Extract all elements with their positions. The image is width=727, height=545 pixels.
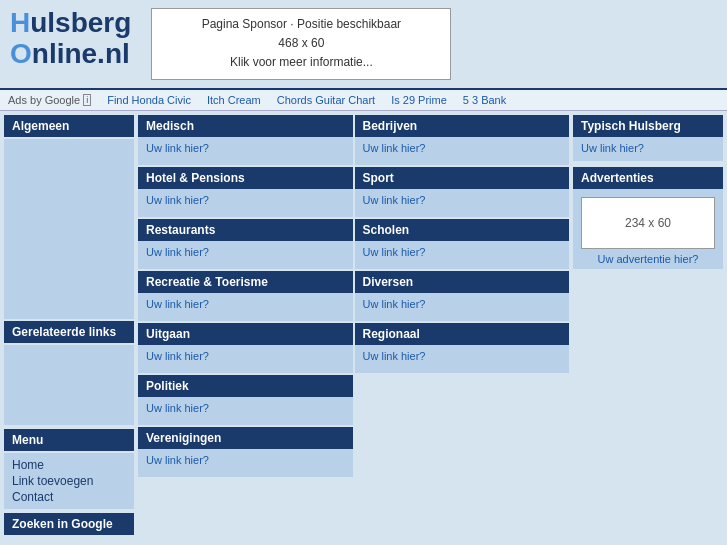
diversen-body: Uw link hier? bbox=[355, 293, 570, 321]
politiek-header: Politiek bbox=[138, 375, 353, 397]
sponsor-box[interactable]: Pagina Sponsor · Positie beschikbaar 468… bbox=[151, 8, 451, 80]
verenigingen-link[interactable]: Uw link hier? bbox=[146, 454, 209, 466]
restaurants-body: Uw link hier? bbox=[138, 241, 353, 269]
politiek-link[interactable]: Uw link hier? bbox=[146, 402, 209, 414]
sponsor-line1: Pagina Sponsor · Positie beschikbaar bbox=[164, 15, 438, 34]
typisch-section: Typisch Hulsberg Uw link hier? bbox=[573, 115, 723, 161]
hotel-body: Uw link hier? bbox=[138, 189, 353, 217]
regionaal-link[interactable]: Uw link hier? bbox=[363, 350, 426, 362]
recreatie-link[interactable]: Uw link hier? bbox=[146, 298, 209, 310]
hotel-link[interactable]: Uw link hier? bbox=[146, 194, 209, 206]
ad-link-2[interactable]: Itch Cream bbox=[207, 94, 261, 106]
hotel-header: Hotel & Pensions bbox=[138, 167, 353, 189]
cat-recreatie: Recreatie & Toerisme Uw link hier? bbox=[138, 271, 353, 321]
bedrijven-body: Uw link hier? bbox=[355, 137, 570, 165]
menu-link-home[interactable]: Home bbox=[12, 457, 126, 473]
row-4: Recreatie & Toerisme Uw link hier? Diver… bbox=[138, 271, 569, 321]
ads-by-google-label: Ads by Google bbox=[8, 94, 80, 106]
row-7: Verenigingen Uw link hier? bbox=[138, 427, 569, 477]
ad-bar: Ads by Google i Find Honda Civic Itch Cr… bbox=[0, 88, 727, 111]
right-sidebar: Typisch Hulsberg Uw link hier? Advertent… bbox=[573, 115, 723, 535]
sport-link[interactable]: Uw link hier? bbox=[363, 194, 426, 206]
restaurants-header: Restaurants bbox=[138, 219, 353, 241]
ad-box: 234 x 60 bbox=[581, 197, 715, 249]
menu-body: Home Link toevoegen Contact bbox=[4, 453, 134, 509]
row-3: Restaurants Uw link hier? Scholen Uw lin… bbox=[138, 219, 569, 269]
algemeen-header: Algemeen bbox=[4, 115, 134, 137]
scholen-link[interactable]: Uw link hier? bbox=[363, 246, 426, 258]
cat-medisch: Medisch Uw link hier? bbox=[138, 115, 353, 165]
regionaal-header: Regionaal bbox=[355, 323, 570, 345]
regionaal-body: Uw link hier? bbox=[355, 345, 570, 373]
verenigingen-body: Uw link hier? bbox=[138, 449, 353, 477]
uitgaan-link[interactable]: Uw link hier? bbox=[146, 350, 209, 362]
google-header: Zoeken in Google bbox=[4, 513, 134, 535]
recreatie-body: Uw link hier? bbox=[138, 293, 353, 321]
cat-restaurants: Restaurants Uw link hier? bbox=[138, 219, 353, 269]
recreatie-header: Recreatie & Toerisme bbox=[138, 271, 353, 293]
cat-verenigingen: Verenigingen Uw link hier? bbox=[138, 427, 353, 477]
gerelateerde-body bbox=[4, 345, 134, 425]
cat-politiek: Politiek Uw link hier? bbox=[138, 375, 353, 425]
verenigingen-header: Verenigingen bbox=[138, 427, 353, 449]
bedrijven-link[interactable]: Uw link hier? bbox=[363, 142, 426, 154]
typisch-link[interactable]: Uw link hier? bbox=[581, 142, 644, 154]
menu-header: Menu bbox=[4, 429, 134, 451]
logo: Hulsberg Online.nl bbox=[10, 8, 131, 70]
typisch-header: Typisch Hulsberg bbox=[573, 115, 723, 137]
sport-header: Sport bbox=[355, 167, 570, 189]
advertenties-body: 234 x 60 Uw advertentie hier? bbox=[573, 189, 723, 269]
cat-diversen: Diversen Uw link hier? bbox=[355, 271, 570, 321]
row-2: Hotel & Pensions Uw link hier? Sport Uw … bbox=[138, 167, 569, 217]
medisch-body: Uw link hier? bbox=[138, 137, 353, 165]
sport-body: Uw link hier? bbox=[355, 189, 570, 217]
medisch-link[interactable]: Uw link hier? bbox=[146, 142, 209, 154]
politiek-body: Uw link hier? bbox=[138, 397, 353, 425]
typisch-body: Uw link hier? bbox=[573, 137, 723, 161]
menu-link-toevoegen[interactable]: Link toevoegen bbox=[12, 473, 126, 489]
main-layout: Algemeen Gerelateerde links Menu Home Li… bbox=[0, 111, 727, 539]
advertenties-header: Advertenties bbox=[573, 167, 723, 189]
diversen-link[interactable]: Uw link hier? bbox=[363, 298, 426, 310]
ad-link-4[interactable]: Is 29 Prime bbox=[391, 94, 447, 106]
uitgaan-body: Uw link hier? bbox=[138, 345, 353, 373]
restaurants-link[interactable]: Uw link hier? bbox=[146, 246, 209, 258]
sponsor-line2: 468 x 60 bbox=[164, 34, 438, 53]
uitgaan-header: Uitgaan bbox=[138, 323, 353, 345]
cat-empty-7 bbox=[355, 427, 570, 477]
scholen-header: Scholen bbox=[355, 219, 570, 241]
sponsor-line3: Klik voor meer informatie... bbox=[164, 53, 438, 72]
ad-link-1[interactable]: Find Honda Civic bbox=[107, 94, 191, 106]
cat-empty-6 bbox=[355, 375, 570, 425]
header: Hulsberg Online.nl Pagina Sponsor · Posi… bbox=[0, 0, 727, 88]
bedrijven-header: Bedrijven bbox=[355, 115, 570, 137]
cat-sport: Sport Uw link hier? bbox=[355, 167, 570, 217]
ads-by-google: Ads by Google i bbox=[8, 94, 91, 106]
gerelateerde-header: Gerelateerde links bbox=[4, 321, 134, 343]
left-sidebar: Algemeen Gerelateerde links Menu Home Li… bbox=[4, 115, 134, 535]
ad-advertentie-link[interactable]: Uw advertentie hier? bbox=[581, 253, 715, 265]
ads-icon: i bbox=[83, 94, 91, 106]
cat-uitgaan: Uitgaan Uw link hier? bbox=[138, 323, 353, 373]
medisch-header: Medisch bbox=[138, 115, 353, 137]
diversen-header: Diversen bbox=[355, 271, 570, 293]
cat-bedrijven: Bedrijven Uw link hier? bbox=[355, 115, 570, 165]
page-wrapper: Hulsberg Online.nl Pagina Sponsor · Posi… bbox=[0, 0, 727, 545]
center-content: Medisch Uw link hier? Bedrijven Uw link … bbox=[138, 115, 569, 535]
cat-hotel: Hotel & Pensions Uw link hier? bbox=[138, 167, 353, 217]
ad-box-text: 234 x 60 bbox=[625, 216, 671, 230]
row-6: Politiek Uw link hier? bbox=[138, 375, 569, 425]
menu-link-contact[interactable]: Contact bbox=[12, 489, 126, 505]
ad-link-5[interactable]: 5 3 Bank bbox=[463, 94, 506, 106]
row-5: Uitgaan Uw link hier? Regionaal Uw link … bbox=[138, 323, 569, 373]
ad-link-3[interactable]: Chords Guitar Chart bbox=[277, 94, 375, 106]
row-1: Medisch Uw link hier? Bedrijven Uw link … bbox=[138, 115, 569, 165]
cat-regionaal: Regionaal Uw link hier? bbox=[355, 323, 570, 373]
scholen-body: Uw link hier? bbox=[355, 241, 570, 269]
algemeen-body bbox=[4, 139, 134, 319]
cat-scholen: Scholen Uw link hier? bbox=[355, 219, 570, 269]
